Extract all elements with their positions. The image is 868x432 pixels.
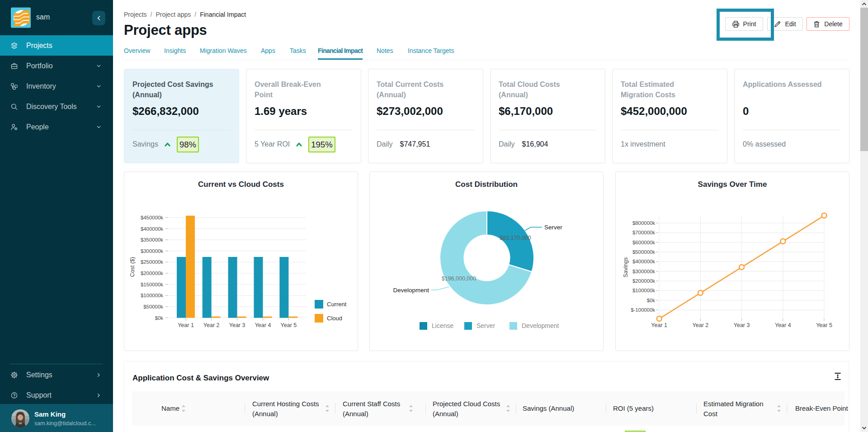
svg-text:Year 5: Year 5 [281,322,297,328]
svg-text:Development: Development [393,287,429,294]
svg-text:$150000k: $150000k [141,282,163,287]
svg-text:Year 5: Year 5 [816,322,832,328]
svg-text:$200000k: $200000k [632,278,655,284]
svg-text:Current: Current [327,301,347,308]
svg-text:$196,000,000: $196,000,000 [442,275,476,282]
svg-text:Year 1: Year 1 [178,322,194,328]
svg-text:$100000k: $100000k [141,293,163,298]
svg-text:Year 2: Year 2 [692,322,708,328]
svg-text:$400000k: $400000k [632,259,655,264]
svg-text:Year 3: Year 3 [733,322,750,328]
svg-text:Cost ($): Cost ($) [129,257,136,277]
svg-text:$300000k: $300000k [632,269,655,274]
svg-text:Server: Server [544,224,562,231]
svg-text:License: License [432,322,453,329]
svg-text:$50000k: $50000k [143,304,163,309]
svg-text:Savings Over Time: Savings Over Time [698,180,767,189]
svg-text:Year 2: Year 2 [203,322,220,328]
svg-text:$250000k: $250000k [141,259,163,265]
svg-text:Server: Server [476,322,495,329]
svg-text:Development: Development [522,322,559,329]
svg-text:$800000k: $800000k [632,220,655,226]
svg-text:$400000k: $400000k [141,226,163,232]
svg-text:Current vs Cloud Costs: Current vs Cloud Costs [198,180,284,189]
svg-text:Cost Distribution: Cost Distribution [455,180,518,189]
svg-text:$300000k: $300000k [141,248,163,254]
svg-text:$100000k: $100000k [632,288,655,293]
svg-text:Year 4: Year 4 [255,322,271,328]
svg-text:$700000k: $700000k [632,230,655,235]
svg-text:$-100000k: $-100000k [631,307,655,313]
svg-text:$600000k: $600000k [632,240,655,245]
svg-text:Year 3: Year 3 [229,322,245,328]
svg-text:Savings: Savings [623,257,629,277]
svg-text:$200000k: $200000k [141,271,163,276]
svg-text:$0k: $0k [646,298,655,303]
svg-text:$350000k: $350000k [141,237,163,242]
svg-text:Year 4: Year 4 [774,322,791,328]
svg-text:Cloud: Cloud [327,315,342,322]
svg-text:$0k: $0k [155,315,164,321]
svg-text:$500000k: $500000k [632,249,655,255]
svg-text:$450000k: $450000k [141,215,163,220]
svg-text:Year 1: Year 1 [651,322,667,328]
svg-text:$83,170,000: $83,170,000 [500,235,531,241]
